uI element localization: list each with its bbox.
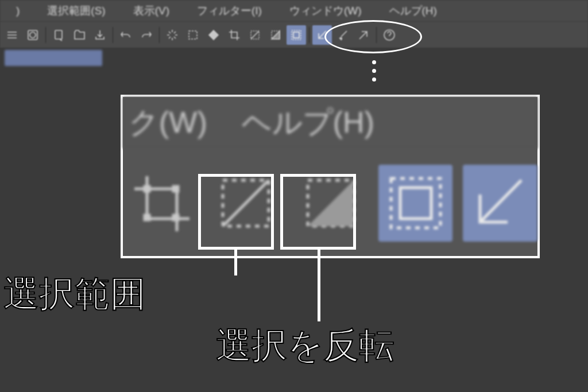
menu-item-help[interactable]: ヘルプ(H) [376, 3, 451, 18]
menu-item-view[interactable]: 表示(V) [119, 3, 183, 18]
svg-point-1 [30, 32, 36, 38]
zoom-arrow-down-left-icon[interactable] [463, 165, 537, 242]
svg-rect-11 [145, 215, 149, 220]
new-doc-icon[interactable] [49, 25, 68, 45]
menu-item-filter[interactable]: フィルター(I) [183, 3, 276, 18]
zoom-select-invert-icon[interactable] [293, 165, 368, 242]
burst-icon[interactable] [163, 25, 182, 45]
ellipsis-dots [372, 60, 376, 81]
arrow-up-right-icon[interactable] [354, 25, 373, 45]
toolbar [0, 22, 588, 48]
zoom-menubar: ク(W) ヘルプ(H) [123, 97, 537, 149]
separator [113, 27, 113, 43]
zoom-toolbar [123, 149, 537, 258]
svg-rect-3 [189, 31, 197, 39]
arrow-down-left-icon[interactable] [312, 25, 332, 45]
save-icon[interactable] [90, 25, 110, 45]
separator [45, 27, 46, 43]
separator [159, 27, 160, 43]
zoom-callout-panel: ク(W) ヘルプ(H) [121, 95, 540, 258]
menu-icon[interactable] [2, 25, 22, 45]
svg-rect-16 [400, 188, 431, 219]
select-all-icon[interactable] [287, 25, 306, 45]
svg-rect-9 [145, 187, 149, 191]
undo-icon[interactable] [116, 25, 136, 45]
svg-rect-2 [55, 30, 62, 39]
help-icon[interactable] [380, 25, 399, 45]
open-folder-icon[interactable] [69, 25, 89, 45]
svg-rect-7 [293, 32, 299, 38]
svg-rect-10 [173, 187, 178, 191]
zoom-select-all-icon[interactable] [378, 165, 453, 242]
select-deselect-icon[interactable] [245, 25, 265, 45]
menu-item-select[interactable]: 選択範囲(S) [33, 3, 119, 18]
redo-icon[interactable] [137, 25, 156, 45]
bucket-icon[interactable] [204, 25, 223, 45]
menu-bar: ) 選択範囲(S) 表示(V) フィルター(I) ウィンドウ(W) ヘルプ(H) [0, 0, 588, 22]
brush-icon[interactable] [333, 25, 353, 45]
svg-rect-12 [173, 215, 178, 220]
active-tab[interactable] [5, 50, 102, 66]
connector-line-1 [234, 250, 237, 275]
connector-line-2 [318, 250, 320, 321]
menu-item-edge[interactable]: ) [2, 5, 33, 17]
separator [376, 27, 377, 43]
zoom-menu-fragment-window: ク(W) [129, 103, 207, 143]
document-tabs [0, 48, 588, 68]
crop-icon[interactable] [225, 25, 244, 45]
menu-item-window[interactable]: ウィンドウ(W) [276, 3, 376, 18]
svg-rect-15 [391, 178, 440, 228]
select-invert-icon[interactable] [266, 25, 285, 45]
separator [309, 27, 310, 43]
spiral-icon[interactable] [23, 25, 42, 45]
zoom-crop-icon[interactable] [124, 165, 199, 242]
zoom-menu-help: ヘルプ(H) [242, 103, 374, 143]
annotation-label-selection: 選択範囲 [3, 270, 146, 318]
marquee-icon[interactable] [183, 25, 203, 45]
zoom-select-deselect-icon[interactable] [209, 165, 284, 242]
annotation-label-invert: 選択を反転 [216, 321, 394, 370]
